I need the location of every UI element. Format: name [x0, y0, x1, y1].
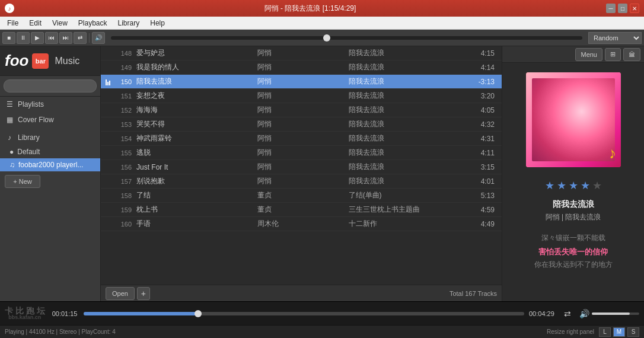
panel-btn-grid[interactable]: ⊞	[605, 48, 621, 61]
track-row[interactable]: 156 Just For It 阿悄 陪我去流浪 3:15	[101, 160, 502, 174]
track-number: 151	[113, 93, 136, 100]
track-album: 陪我去流浪	[349, 176, 470, 186]
status-bar: Playing | 44100 Hz | Stereo | PlayCount:…	[0, 325, 644, 338]
resize-label: Resize right panel	[547, 329, 594, 335]
volume-fill	[592, 313, 630, 315]
playmode-dropdown[interactable]: Random	[588, 32, 642, 44]
progress-thumb[interactable]	[195, 310, 202, 317]
volume-area: 🔊	[579, 309, 639, 318]
menu-panel-button[interactable]: Menu	[575, 48, 602, 61]
center-panel: 148 爱与妒忌 阿悄 陪我去流浪 4:15 149 我是我的情人 阿悄 陪我去…	[101, 46, 502, 301]
track-row[interactable]: 151 妄想之夜 阿悄 陪我去流浪 3:20	[101, 89, 502, 103]
track-title: 逃脱	[136, 148, 257, 158]
track-duration: 3:20	[470, 92, 499, 100]
menu-help[interactable]: Help	[145, 18, 170, 28]
star-1[interactable]: ★	[545, 179, 554, 192]
close-button[interactable]: ✕	[630, 4, 639, 13]
track-number: 159	[113, 206, 136, 213]
random-button[interactable]: ⇄	[74, 32, 87, 44]
resize-s-button[interactable]: S	[627, 327, 639, 337]
volume-bar[interactable]	[592, 313, 639, 315]
track-row[interactable]: 149 我是我的情人 阿悄 陪我去流浪 4:14	[101, 60, 502, 75]
toolbar-separator	[89, 33, 90, 43]
menu-file[interactable]: File	[2, 18, 23, 28]
footer-buttons: Open +	[106, 287, 150, 300]
track-row[interactable]: 154 神武雨霖铃 阿悄 陪我去流浪 4:31	[101, 132, 502, 146]
prev-button[interactable]: ⏮	[45, 32, 58, 44]
sidebar-item-foobar-playlist[interactable]: ♫ foobar2000 playerl...	[0, 158, 100, 171]
track-artist: 阿悄	[257, 133, 348, 144]
track-row[interactable]: 148 爱与妒忌 阿悄 陪我去流浪 4:15	[101, 46, 502, 60]
progress-bar[interactable]	[84, 312, 524, 315]
pause-button[interactable]: ⏸	[17, 32, 30, 44]
track-row[interactable]: 150 陪我去流浪 阿悄 陪我去流浪 -3:13	[101, 75, 502, 89]
resize-m-button[interactable]: M	[613, 327, 625, 337]
playback-bar: 卡 比 跑 坛 bbs.kafan.cn 00:01:15 00:04:29 ⇄…	[0, 301, 644, 325]
star-2[interactable]: ★	[557, 179, 566, 192]
track-title: 妄想之夜	[136, 91, 257, 101]
volume-icon[interactable]: 🔊	[579, 309, 589, 318]
star-5[interactable]: ★	[592, 179, 602, 192]
sidebar-item-default[interactable]: ● Default	[0, 145, 100, 158]
stop-button[interactable]: ■	[2, 32, 15, 44]
volume-button[interactable]: 🔊	[92, 32, 105, 44]
track-duration: 4:01	[470, 177, 499, 186]
new-playlist-label: + New	[13, 178, 32, 185]
menu-library[interactable]: Library	[113, 18, 145, 28]
track-duration: 4:49	[470, 220, 499, 228]
menu-playback[interactable]: Playback	[74, 18, 112, 28]
track-artist: 阿悄	[257, 76, 348, 87]
track-title: 陪我去流浪	[136, 76, 257, 87]
track-row[interactable]: 155 逃脱 阿悄 陪我去流浪 4:11	[101, 146, 502, 160]
shuffle-button[interactable]: ⇄	[560, 307, 575, 321]
play-button[interactable]: ▶	[31, 32, 44, 44]
coverflow-icon: ▦	[5, 115, 14, 125]
playing-indicator	[103, 78, 113, 85]
star-rating[interactable]: ★ ★ ★ ★ ★	[502, 177, 644, 197]
track-row[interactable]: 158 了结 董贞 了结(单曲) 5:13	[101, 189, 502, 203]
panel-btn-library[interactable]: 🏛	[623, 48, 640, 61]
right-panel: Menu ⊞ 🏛 ♪ ★ ★ ★ ★ ★ 陪我去流浪 阿悄 | 陪我去流	[502, 46, 644, 301]
track-row[interactable]: 153 哭笑不得 阿悄 陪我去流浪 4:32	[101, 117, 502, 132]
track-number: 152	[113, 107, 136, 114]
minimize-button[interactable]: ─	[606, 4, 616, 13]
track-duration: 4:32	[470, 120, 499, 129]
track-album: 陪我去流浪	[349, 76, 470, 87]
sidebar-item-coverflow[interactable]: ▦ Cover Flow	[0, 112, 100, 127]
track-duration: 4:11	[470, 149, 499, 157]
resize-controls: Resize right panel L M S	[547, 327, 639, 337]
open-button[interactable]: Open	[106, 287, 135, 300]
track-row[interactable]: 152 海海海 阿悄 陪我去流浪 4:05	[101, 103, 502, 117]
track-list[interactable]: 148 爱与妒忌 阿悄 陪我去流浪 4:15 149 我是我的情人 阿悄 陪我去…	[101, 46, 502, 285]
resize-l-button[interactable]: L	[599, 327, 611, 337]
seekbar-thumb[interactable]	[323, 34, 330, 42]
sidebar-item-library[interactable]: ♪ Library	[0, 130, 100, 145]
track-title: Just For It	[136, 163, 257, 171]
track-row[interactable]: 157 别说抱歉 阿悄 陪我去流浪 4:01	[101, 174, 502, 189]
track-title: 海海海	[136, 105, 257, 115]
seekbar[interactable]	[111, 36, 582, 40]
album-art-image: ♪	[526, 72, 621, 167]
sidebar-item-playlists[interactable]: ☰ Playlists	[0, 97, 100, 112]
next-button[interactable]: ⏭	[59, 32, 72, 44]
playlists-label: Playlists	[18, 100, 44, 109]
track-row[interactable]: 159 枕上书 董贞 三生三世枕上书主题曲 4:59	[101, 203, 502, 217]
watermark-url: bbs.kafan.cn	[8, 315, 41, 320]
add-track-button[interactable]: +	[137, 287, 150, 300]
track-album: 陪我去流浪	[349, 133, 470, 144]
menu-edit[interactable]: Edit	[24, 18, 46, 28]
new-playlist-button[interactable]: + New	[5, 175, 40, 188]
track-album: 了结(单曲)	[349, 190, 470, 200]
search-input[interactable]	[4, 79, 97, 93]
track-album: 十二新作	[349, 219, 470, 229]
star-3[interactable]: ★	[569, 179, 578, 192]
track-title: 了结	[136, 190, 257, 200]
maximize-button[interactable]: □	[618, 4, 627, 13]
track-row[interactable]: 160 手语 周木伦 十二新作 4:49	[101, 217, 502, 231]
eq-bars-icon	[106, 78, 110, 85]
logo-icon: bar	[32, 53, 49, 69]
track-number: 158	[113, 192, 136, 199]
star-4[interactable]: ★	[581, 179, 590, 192]
total-time: 00:04:29	[529, 310, 556, 317]
menu-view[interactable]: View	[47, 18, 72, 28]
